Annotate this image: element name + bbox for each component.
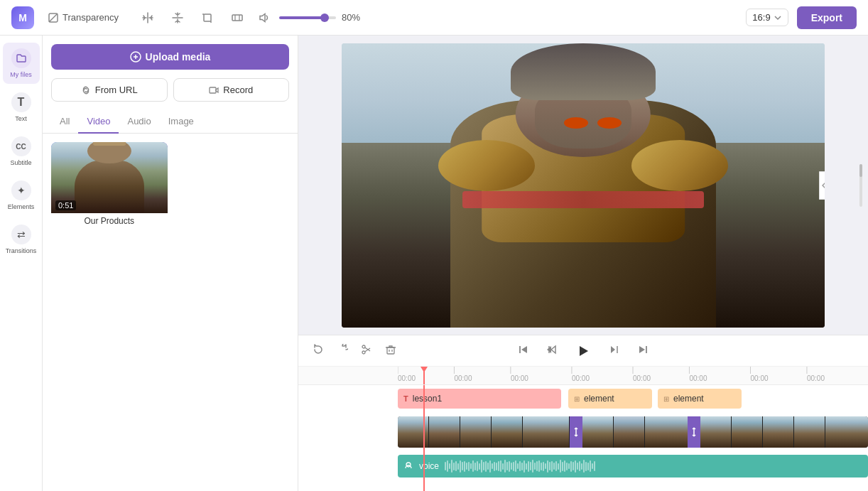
film-frame — [794, 416, 825, 448]
wave-bar — [577, 463, 578, 470]
skip-to-start-button[interactable] — [515, 341, 532, 361]
wave-bar — [534, 463, 536, 470]
sidebar-item-text[interactable]: T Text — [3, 87, 40, 128]
sidebar-item-subtitle[interactable]: CC Subtitle — [3, 131, 40, 172]
wave-bar — [506, 462, 508, 470]
wave-bar — [541, 463, 542, 470]
cut-button[interactable] — [358, 341, 375, 360]
scroll-thumb — [859, 164, 862, 177]
video-track-content — [398, 415, 868, 449]
delete-button[interactable] — [382, 341, 399, 360]
tab-video[interactable]: Video — [78, 110, 119, 134]
flip-horizontal-button[interactable] — [139, 9, 157, 27]
upload-icon — [130, 51, 141, 63]
sidebar-item-my-files[interactable]: My files — [3, 43, 40, 84]
resize-icon — [231, 11, 244, 24]
wave-bar — [530, 462, 531, 470]
preview-area — [298, 36, 868, 335]
right-column: 00:00 00:00 00:00 00:00 00:00 00:00 00:0… — [298, 36, 868, 491]
skip-to-end-button[interactable] — [634, 341, 651, 361]
element-clip-1[interactable]: ⊞ element — [568, 389, 652, 409]
wave-bar — [519, 461, 521, 471]
wave-bar — [573, 462, 574, 470]
film-frame — [825, 416, 868, 448]
wave-bar — [562, 462, 563, 471]
wave-bar — [511, 463, 512, 470]
volume-icon-button[interactable] — [255, 9, 273, 27]
wave-bar — [455, 461, 457, 471]
audio-clip-voice[interactable]: voice — [398, 455, 868, 477]
redo-button[interactable] — [334, 341, 351, 360]
media-duration: 0:51 — [55, 200, 76, 210]
audio-icon — [403, 461, 413, 471]
export-button[interactable]: Export — [797, 6, 857, 29]
flip-vertical-button[interactable] — [168, 9, 187, 27]
transitions-icon: ⇄ — [11, 225, 31, 244]
crop-button[interactable] — [198, 9, 217, 27]
wave-bar — [504, 460, 506, 473]
wave-bar — [587, 463, 589, 470]
text-clip-icon: T — [403, 394, 408, 403]
timeline-controls — [298, 335, 868, 367]
split-handle-2[interactable] — [688, 416, 700, 448]
element-clip-2[interactable]: ⊞ element — [658, 389, 742, 409]
panel-collapse-handle[interactable] — [819, 171, 825, 200]
from-url-button[interactable]: From URL — [51, 78, 168, 102]
play-button[interactable] — [572, 340, 595, 362]
volume-slider[interactable] — [279, 16, 336, 19]
film-frame — [582, 416, 614, 448]
tab-image[interactable]: Image — [160, 110, 202, 134]
aspect-ratio-selector[interactable]: 16:9 — [746, 9, 788, 26]
film-frame — [460, 416, 492, 448]
svg-point-12 — [362, 351, 365, 354]
resize-button[interactable] — [228, 9, 246, 27]
wave-bar — [543, 462, 544, 471]
elements-icon: ✦ — [11, 180, 31, 200]
volume-icon — [258, 11, 271, 24]
skip-end-icon — [637, 344, 649, 355]
wave-bar — [579, 461, 580, 471]
chevron-down-icon — [774, 14, 782, 22]
wave-bar — [523, 460, 525, 473]
film-frame — [732, 416, 763, 448]
transparency-button[interactable]: Transparency — [43, 9, 124, 26]
video-segment-2 — [582, 416, 688, 448]
wave-bar — [474, 463, 476, 470]
text-icon: T — [11, 92, 31, 112]
wave-bar — [517, 463, 519, 469]
wave-bar — [555, 461, 557, 471]
tab-all[interactable]: All — [51, 110, 78, 134]
wave-bar — [581, 463, 582, 470]
tab-audio[interactable]: Audio — [119, 110, 159, 134]
record-button[interactable]: Record — [173, 78, 290, 102]
crop-icon — [201, 11, 214, 24]
sidebar-item-elements[interactable]: ✦ Elements — [3, 175, 40, 216]
svg-rect-5 — [232, 15, 242, 21]
video-filmstrip[interactable] — [398, 416, 868, 448]
video-thumbnail: 0:51 — [51, 142, 168, 213]
app-logo: M — [11, 6, 34, 29]
wave-bar — [483, 462, 484, 470]
timeline-body: 00:00 00:00 00:00 00:00 00:00 00:00 00:0… — [298, 367, 868, 491]
text-clip-lesson1[interactable]: T lesson1 — [398, 389, 561, 409]
svg-point-13 — [362, 345, 365, 348]
svg-rect-11 — [210, 87, 216, 93]
step-back-button[interactable] — [543, 341, 560, 361]
wave-bar — [549, 462, 550, 470]
wave-bar — [545, 463, 546, 469]
audio-clip-label: voice — [419, 461, 439, 471]
wave-bar — [502, 463, 504, 470]
wave-bar — [560, 460, 561, 473]
undo-button[interactable] — [310, 341, 327, 360]
split-handle-1[interactable] — [570, 416, 582, 448]
sidebar-item-transitions[interactable]: ⇄ Transitions — [3, 219, 40, 260]
step-forward-button[interactable] — [606, 341, 623, 361]
link-icon — [81, 85, 91, 95]
wave-bar — [568, 463, 570, 469]
upload-media-button[interactable]: Upload media — [51, 44, 289, 70]
video-segment-3 — [700, 416, 868, 448]
media-grid: 0:51 Our Products — [43, 134, 298, 491]
text-track-row: T lesson1 ⊞ element ⊞ element — [298, 385, 868, 412]
playhead-ruler — [423, 367, 425, 384]
list-item[interactable]: 0:51 Our Products — [51, 142, 168, 482]
